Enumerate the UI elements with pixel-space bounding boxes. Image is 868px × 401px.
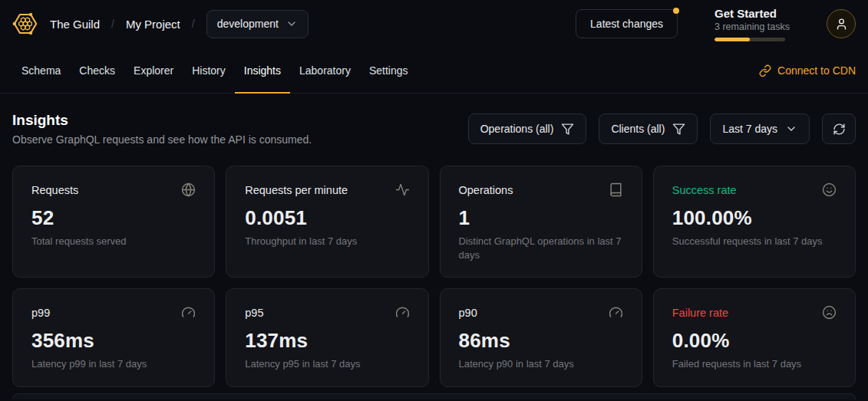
notification-dot (673, 8, 679, 14)
get-started-subtitle: 3 remaining tasks (715, 21, 790, 32)
environment-select[interactable]: development (206, 10, 309, 38)
card-description: Failed requests in last 7 days (672, 357, 837, 371)
card-description: Successful requests in last 7 days (672, 235, 837, 248)
progress-fill (715, 38, 750, 41)
clients-filter-label: Clients (all) (611, 123, 665, 135)
smile-icon (822, 182, 837, 197)
card-value: 100.00% (672, 206, 837, 230)
tab-label: Explorer (134, 64, 173, 77)
gauge-icon (395, 305, 410, 320)
card-description: Latency p99 in last 7 days (31, 357, 196, 371)
breadcrumb: The Guild / My Project / development (12, 10, 309, 38)
project-tabs: Schema Checks Explorer History Insights … (0, 48, 868, 94)
operations-filter-button[interactable]: Operations (all) (468, 113, 587, 144)
header-right: Latest changes Get Started 3 remaining t… (576, 7, 856, 41)
card-value: 1 (459, 206, 623, 230)
card-value: 0.0051 (245, 206, 409, 230)
hive-logo[interactable] (12, 11, 38, 37)
chevron-down-icon (785, 123, 797, 135)
section-head: Insights Observe GraphQL requests and se… (12, 112, 856, 146)
get-started-title: Get Started (715, 7, 790, 20)
tab-schema[interactable]: Schema (12, 48, 70, 93)
stat-card-failure-rate: Failure rate 0.00% Failed requests in la… (653, 288, 856, 387)
breadcrumb-separator: / (111, 18, 114, 30)
latest-changes-button[interactable]: Latest changes (576, 9, 678, 38)
tab-settings[interactable]: Settings (360, 48, 417, 93)
insights-page: Insights Observe GraphQL requests and se… (0, 94, 868, 387)
gauge-icon (609, 305, 623, 320)
clients-filter-button[interactable]: Clients (all) (599, 113, 698, 144)
tab-history[interactable]: History (183, 48, 235, 93)
breadcrumb-org[interactable]: The Guild (50, 18, 100, 31)
card-description: Latency p90 in last 7 days (459, 357, 623, 371)
tab-label: Insights (244, 64, 281, 77)
refresh-icon (833, 123, 846, 136)
tab-explorer[interactable]: Explorer (124, 48, 183, 93)
filter-icon (561, 123, 574, 136)
stat-card-requests: Requests 52 Total requests served (12, 166, 215, 278)
refresh-button[interactable] (822, 113, 856, 144)
user-icon (835, 18, 848, 31)
card-title: p99 (31, 307, 50, 319)
card-title: Requests (31, 184, 78, 196)
gauge-icon (181, 305, 196, 320)
card-value: 0.00% (672, 329, 837, 353)
stat-card-p90: p90 86ms Latency p90 in last 7 days (440, 288, 642, 387)
card-title: p90 (459, 307, 477, 319)
stat-card-requests-per-minute: Requests per minute 0.0051 Throughput in… (226, 166, 428, 278)
stat-card-p95: p95 137ms Latency p95 in last 7 days (226, 288, 428, 387)
active-tab-underline (235, 92, 290, 94)
chevron-down-icon (285, 18, 298, 30)
link-icon (759, 64, 771, 77)
get-started-progress-track (715, 38, 785, 41)
stat-card-success-rate: Success rate 100.00% Successful requests… (653, 166, 856, 278)
tab-label: Laboratory (299, 64, 351, 77)
next-section-top-edge (12, 393, 856, 399)
page-subtitle: Observe GraphQL requests and see how the… (12, 133, 312, 146)
tab-label: Schema (21, 64, 61, 77)
period-select-button[interactable]: Last 7 days (710, 113, 810, 144)
activity-icon (395, 182, 410, 197)
tab-label: Checks (79, 64, 115, 77)
card-description: Total requests served (31, 235, 196, 248)
tab-insights[interactable]: Insights (235, 48, 290, 93)
card-value: 137ms (245, 329, 409, 353)
stat-card-p99: p99 356ms Latency p99 in last 7 days (12, 288, 215, 387)
stats-grid: Requests 52 Total requests served Reques… (12, 166, 856, 387)
card-value: 52 (31, 206, 196, 230)
tab-label: History (192, 64, 226, 77)
page-title: Insights (12, 112, 312, 129)
tab-laboratory[interactable]: Laboratory (290, 48, 360, 93)
card-title: Requests per minute (245, 184, 348, 196)
card-description: Distinct GraphQL operations in last 7 da… (459, 235, 623, 261)
filter-controls: Operations (all) Clients (all) Last 7 da… (468, 113, 856, 144)
tab-checks[interactable]: Checks (70, 48, 124, 93)
period-select-value: Last 7 days (722, 123, 777, 135)
card-title: Operations (459, 184, 513, 196)
section-title-block: Insights Observe GraphQL requests and se… (12, 112, 312, 146)
card-title: Failure rate (672, 307, 728, 319)
tab-label: Settings (369, 64, 408, 77)
filter-icon (672, 123, 685, 136)
stat-card-operations: Operations 1 Distinct GraphQL operations… (440, 166, 642, 278)
operations-filter-label: Operations (all) (480, 123, 554, 135)
card-value: 356ms (31, 329, 196, 353)
card-title: p95 (245, 307, 263, 319)
top-header: The Guild / My Project / development Lat… (0, 0, 868, 48)
environment-select-value: development (217, 18, 279, 30)
card-description: Throughput in last 7 days (245, 235, 409, 248)
globe-icon (181, 182, 196, 197)
get-started-widget[interactable]: Get Started 3 remaining tasks (715, 7, 790, 41)
connect-to-cdn-link[interactable]: Connect to CDN (759, 64, 856, 77)
card-description: Latency p95 in last 7 days (245, 357, 409, 371)
breadcrumb-project[interactable]: My Project (126, 18, 180, 31)
breadcrumb-separator: / (192, 18, 195, 30)
latest-changes-label: Latest changes (590, 18, 663, 30)
card-title: Success rate (672, 184, 737, 196)
frown-icon (822, 305, 837, 320)
book-icon (609, 182, 623, 197)
avatar[interactable] (827, 9, 856, 38)
cdn-link-label: Connect to CDN (777, 64, 856, 77)
card-value: 86ms (459, 329, 623, 353)
